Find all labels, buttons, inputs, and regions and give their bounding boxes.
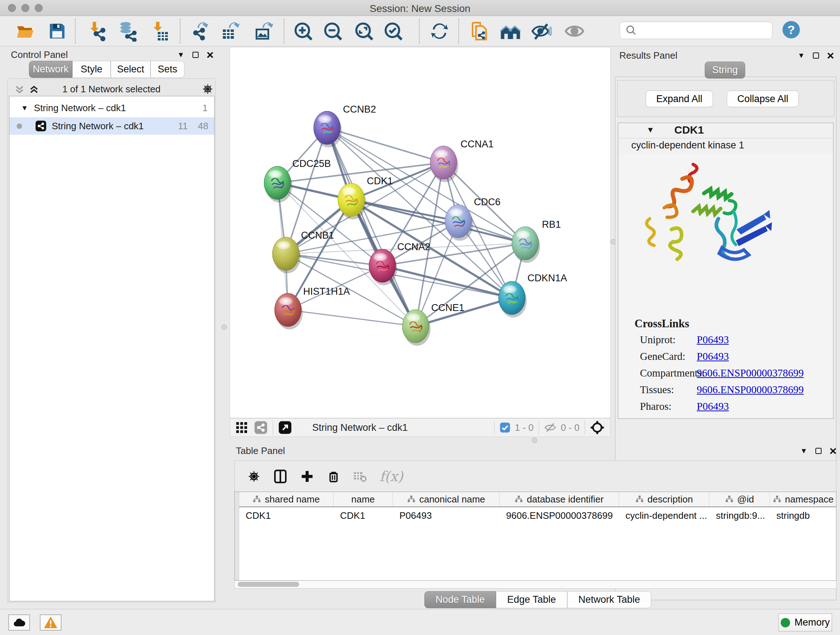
panel-float-icon[interactable]: ▼ — [800, 447, 807, 455]
panel-maximize-icon[interactable] — [815, 448, 821, 454]
tab-sets[interactable]: Sets — [150, 61, 185, 78]
tab-network[interactable]: Network — [29, 61, 73, 78]
zoom-selected-icon[interactable] — [382, 20, 404, 42]
open-session-icon[interactable] — [14, 20, 36, 42]
table-horizontal-scrollbar[interactable] — [234, 581, 836, 589]
tab-string[interactable]: String — [705, 62, 745, 79]
crosslink-row: Tissues:9606.ENSP00000378699 — [640, 384, 804, 396]
zoom-out-icon[interactable] — [322, 20, 344, 42]
show-panel-icon[interactable] — [564, 20, 585, 42]
panel-maximize-icon[interactable] — [813, 52, 819, 59]
column-header--id[interactable]: @id — [709, 492, 770, 507]
crosslink-link[interactable]: P06493 — [697, 350, 729, 362]
scrollbar-thumb[interactable] — [238, 582, 299, 587]
network-node-CCNE1[interactable]: CCNE1 — [402, 302, 464, 346]
table-cell[interactable]: P06493 — [393, 508, 500, 523]
crosslink-link[interactable]: 9606.ENSP00000378699 — [697, 384, 804, 395]
network-canvas[interactable]: CCNB2CCNA1CDC25BCDK1CDC6RB1CCNB1CCNA2CDK… — [230, 47, 611, 418]
copy-style-icon[interactable] — [469, 20, 490, 42]
import-network-database-icon[interactable] — [117, 20, 138, 42]
table-cell[interactable]: 9606.ENSP00000378699 — [500, 508, 619, 523]
panel-close-icon[interactable]: × — [829, 448, 837, 454]
column-header-description[interactable]: description — [619, 492, 709, 507]
toolbar-separator — [458, 19, 459, 43]
section-collapse-icon[interactable]: ▼ — [646, 125, 654, 135]
export-image-icon[interactable] — [253, 20, 275, 42]
column-header-canonical-name[interactable]: canonical name — [393, 492, 500, 507]
tab-style[interactable]: Style — [73, 61, 111, 78]
tab-select[interactable]: Select — [111, 61, 150, 78]
tab-edge-table[interactable]: Edge Table — [496, 591, 567, 608]
column-header-database-identifier[interactable]: database identifier — [500, 492, 619, 507]
toolbar-separator — [284, 19, 284, 43]
column-header-label: name — [351, 494, 375, 505]
add-column-icon[interactable] — [300, 469, 314, 484]
zoom-in-icon[interactable] — [292, 20, 314, 42]
export-network-icon[interactable] — [190, 20, 212, 42]
warning-status-button[interactable] — [40, 614, 62, 631]
memory-button[interactable]: Memory — [778, 614, 832, 631]
panel-close-icon[interactable]: × — [207, 52, 214, 58]
collapse-all-button[interactable]: Collapse All — [727, 90, 799, 107]
node-table[interactable]: shared namenamecanonical namedatabase id… — [234, 492, 836, 581]
network-collection-row[interactable]: ▼ String Network – cdk1 1 — [9, 99, 214, 117]
table-cell[interactable]: CDK1 — [239, 508, 333, 523]
tab-network-table[interactable]: Network Table — [567, 591, 652, 608]
refresh-icon[interactable] — [429, 20, 450, 42]
title-bar: Session: New Session — [0, 0, 840, 16]
expand-all-button[interactable]: Expand All — [646, 90, 713, 107]
birds-eye-crosshair-icon[interactable] — [590, 420, 605, 435]
search-field[interactable] — [620, 22, 772, 39]
crosslink-link[interactable]: P06493 — [697, 401, 729, 412]
search-input[interactable] — [642, 25, 767, 36]
column-header-name[interactable]: name — [333, 492, 393, 507]
import-network-icon[interactable] — [86, 20, 108, 42]
gene-section-header[interactable]: ▼ CDK1 — [618, 123, 833, 138]
table-cell[interactable]: stringdb:9... — [709, 508, 770, 523]
panel-float-icon[interactable]: ▼ — [798, 51, 805, 60]
show-columns-icon[interactable] — [273, 469, 287, 484]
panel-maximize-icon[interactable] — [193, 52, 199, 58]
network-node-RB1[interactable]: RB1 — [512, 219, 561, 263]
control-panel-window-controls: ▼ × — [177, 51, 214, 59]
delete-column-icon[interactable] — [327, 470, 340, 483]
selected-checkbox-icon[interactable] — [500, 422, 510, 433]
toolbar-separator — [273, 420, 273, 435]
column-header-shared-name[interactable]: shared name — [239, 492, 333, 507]
zoom-fit-icon[interactable] — [353, 20, 375, 42]
network-share-icon — [35, 120, 47, 132]
column-header-namespace[interactable]: namespace — [770, 492, 836, 507]
export-table-icon[interactable] — [219, 20, 241, 42]
crosslink-link[interactable]: P06493 — [697, 334, 729, 345]
results-panel-window-controls: ▼ × — [798, 51, 834, 60]
crosslink-link[interactable]: 9606.ENSP00000378699 — [697, 367, 804, 379]
protein-structure-image — [639, 157, 776, 277]
collection-collapse-icon[interactable]: ▼ — [21, 104, 28, 112]
network-overview-icon[interactable] — [500, 20, 521, 42]
panel-divider-handle[interactable] — [532, 438, 537, 443]
network-share-view-icon[interactable] — [254, 421, 268, 434]
status-bar: Memory — [0, 609, 840, 635]
network-row-selected[interactable]: String Network – cdk1 11 48 — [9, 117, 214, 135]
table-cell[interactable]: CDK1 — [333, 508, 393, 523]
cloud-status-button[interactable] — [8, 614, 30, 631]
table-cell[interactable]: cyclin-dependent ... — [619, 508, 709, 523]
network-edge[interactable] — [327, 128, 444, 163]
table-settings-icon[interactable] — [247, 470, 261, 483]
tab-node-table[interactable]: Node Table — [424, 591, 496, 608]
table-cell[interactable]: stringdb — [770, 508, 836, 523]
panel-float-icon[interactable]: ▼ — [177, 51, 185, 59]
save-session-icon[interactable] — [46, 20, 68, 42]
network-options-gear-icon[interactable] — [202, 83, 214, 95]
grid-view-icon[interactable] — [235, 421, 248, 434]
network-node-CCNA1[interactable]: CCNA1 — [430, 139, 494, 182]
panel-close-icon[interactable]: × — [827, 52, 834, 59]
panel-divider-handle[interactable] — [221, 325, 227, 330]
network-edge[interactable] — [288, 310, 416, 326]
network-node-CDKN1A[interactable]: CDKN1A — [499, 272, 567, 318]
network-node-HIST1H1A[interactable]: HIST1H1A — [275, 286, 350, 329]
hide-panel-icon[interactable] — [531, 20, 552, 42]
help-button[interactable]: ? — [783, 21, 800, 38]
import-table-icon[interactable] — [149, 20, 171, 42]
detach-view-icon[interactable] — [278, 421, 292, 434]
